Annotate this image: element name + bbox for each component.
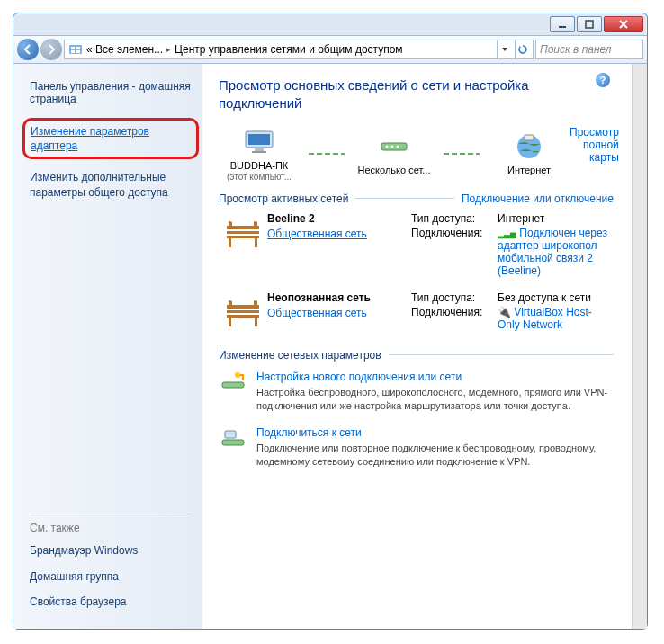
- sidebar-link-homegroup[interactable]: Домашняя группа: [30, 569, 192, 584]
- breadcrumb-current: Центр управления сетями и общим доступом: [175, 43, 403, 56]
- network-map: BUDDHA-ПК (этот компьют... Несколько сет…: [219, 126, 570, 182]
- sidebar-link-sharing-settings[interactable]: Изменить дополнительные параметры общего…: [30, 170, 192, 199]
- signal-icon: ▂▃▅: [498, 229, 516, 238]
- control-panel-icon: [68, 42, 83, 57]
- network-name: Неопознанная сеть: [267, 291, 411, 304]
- svg-rect-11: [381, 143, 407, 150]
- help-icon[interactable]: ?: [596, 73, 610, 87]
- breadcrumb[interactable]: « Все элемен... ▸ Центр управления сетям…: [64, 40, 534, 59]
- connection-label: Подключения:: [411, 306, 492, 331]
- svg-rect-6: [76, 50, 80, 53]
- access-label: Тип доступа:: [411, 291, 492, 304]
- navigation-bar: « Все элемен... ▸ Центр управления сетям…: [13, 35, 647, 64]
- svg-rect-1: [586, 21, 593, 28]
- breadcrumb-dropdown[interactable]: [497, 40, 511, 59]
- svg-rect-3: [71, 47, 75, 49]
- svg-rect-30: [225, 431, 236, 438]
- scrollbar[interactable]: [632, 64, 647, 629]
- network-settings-heading: Изменение сетевых параметров: [219, 349, 381, 362]
- task-item[interactable]: Подключиться к сети Подключение или повт…: [219, 426, 614, 469]
- svg-rect-9: [255, 148, 264, 151]
- bench-icon: [223, 220, 263, 249]
- adapter-icon: 🔌: [498, 306, 511, 318]
- sidebar-link-adapter-settings[interactable]: Изменение параметров адаптера: [22, 118, 199, 159]
- svg-rect-0: [559, 26, 566, 28]
- forward-button[interactable]: [40, 39, 62, 60]
- maximize-button[interactable]: [577, 16, 602, 32]
- sidebar-link-browser-props[interactable]: Свойства браузера: [30, 595, 192, 609]
- access-value: Интернет: [498, 212, 614, 225]
- back-button[interactable]: [17, 39, 39, 60]
- search-placeholder: Поиск в панел: [540, 43, 612, 56]
- network-name: Beeline 2: [267, 212, 411, 225]
- svg-rect-19: [227, 236, 259, 238]
- svg-rect-29: [222, 440, 244, 445]
- map-mid-label: Несколько сет...: [358, 165, 431, 176]
- active-networks-heading: Просмотр активных сетей: [219, 192, 348, 205]
- close-button[interactable]: [604, 16, 643, 32]
- access-value: Без доступа к сети: [498, 291, 614, 304]
- main-panel: ? Просмотр основных сведений о сети и на…: [202, 64, 632, 629]
- svg-rect-17: [227, 226, 259, 229]
- full-map-link[interactable]: Просмотр полной карты: [570, 126, 619, 164]
- sidebar: Панель управления - домашняя страница Из…: [13, 64, 202, 629]
- task-desc: Подключение или повторное подключение к …: [256, 442, 614, 469]
- bench-icon: [223, 300, 263, 328]
- breadcrumb-prefix: « Все элемен...: [86, 43, 163, 56]
- svg-rect-4: [76, 47, 80, 49]
- page-title: Просмотр основных сведений о сети и наст…: [219, 76, 614, 113]
- svg-rect-23: [227, 310, 259, 313]
- svg-point-12: [386, 146, 389, 148]
- globe-icon: [516, 133, 543, 160]
- sidebar-see-also: См. также: [30, 522, 192, 534]
- map-net-label: Интернет: [507, 165, 551, 176]
- task-desc: Настройка беспроводного, широкополосного…: [256, 386, 614, 413]
- svg-rect-10: [252, 151, 266, 153]
- new-connection-icon: [220, 371, 247, 398]
- content-area: Панель управления - домашняя страница Из…: [13, 64, 647, 629]
- svg-rect-8: [248, 134, 270, 145]
- task-title: Настройка нового подключения или сети: [256, 371, 614, 383]
- network-card: Неопознанная сеть Общественная сеть Тип …: [219, 291, 614, 336]
- map-pc-sublabel: (этот компьют...: [227, 172, 292, 182]
- breadcrumb-sep-icon: ▸: [166, 45, 171, 54]
- map-pc-label: BUDDHA-ПК: [230, 160, 288, 172]
- titlebar: [13, 13, 647, 35]
- connection-link[interactable]: VirtualBox Host-Only Network: [498, 306, 592, 331]
- svg-rect-27: [222, 382, 244, 388]
- task-item[interactable]: Настройка нового подключения или сети На…: [219, 371, 614, 413]
- task-title: Подключиться к сети: [256, 426, 614, 439]
- network-device-icon: [378, 136, 410, 157]
- connection-label: Подключения:: [411, 227, 492, 277]
- svg-rect-22: [227, 305, 259, 309]
- network-card: Beeline 2 Общественная сеть Тип доступа:…: [219, 212, 614, 279]
- svg-rect-24: [227, 315, 259, 318]
- svg-rect-20: [229, 238, 231, 247]
- svg-rect-5: [71, 50, 75, 53]
- svg-rect-18: [227, 231, 259, 234]
- network-type-link[interactable]: Общественная сеть: [267, 228, 367, 240]
- computer-icon: [244, 130, 274, 155]
- window: « Все элемен... ▸ Центр управления сетям…: [13, 13, 648, 630]
- search-input[interactable]: Поиск в панел: [535, 40, 643, 59]
- minimize-button[interactable]: [550, 16, 575, 32]
- sidebar-link-firewall[interactable]: Брандмауэр Windows: [30, 543, 192, 558]
- connect-disconnect-link[interactable]: Подключение или отключение: [462, 192, 614, 205]
- svg-rect-25: [229, 318, 231, 326]
- svg-point-13: [391, 146, 394, 148]
- svg-point-28: [235, 372, 240, 378]
- connect-network-icon: [220, 427, 247, 454]
- svg-rect-21: [255, 238, 257, 247]
- access-label: Тип доступа:: [411, 212, 492, 225]
- breadcrumb-refresh[interactable]: [515, 40, 529, 59]
- svg-rect-16: [525, 135, 534, 140]
- svg-point-14: [397, 146, 399, 148]
- network-type-link[interactable]: Общественная сеть: [267, 307, 367, 319]
- svg-rect-26: [255, 318, 257, 326]
- sidebar-home-link[interactable]: Панель управления - домашняя страница: [30, 80, 192, 105]
